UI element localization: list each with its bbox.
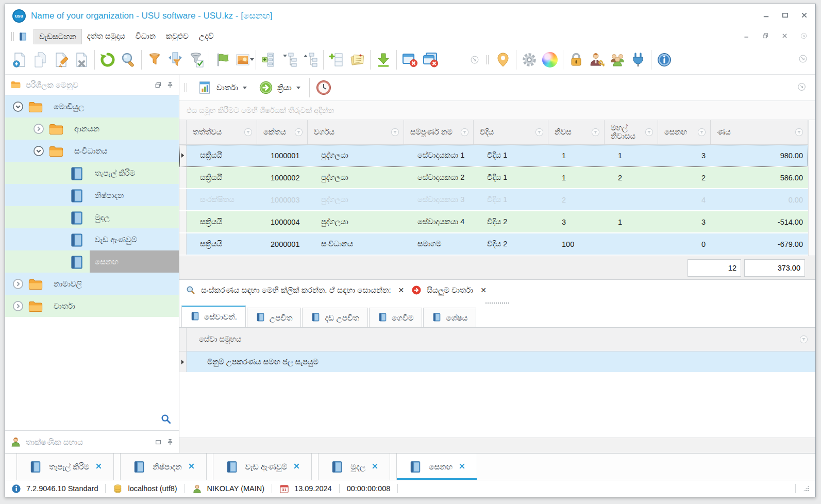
tree-expander-icon[interactable] [12, 300, 24, 312]
close-tab-icon[interactable] [95, 462, 102, 471]
menu-item-2[interactable]: විධාන [130, 29, 161, 44]
filter-icon[interactable] [144, 49, 165, 71]
resize-grip[interactable] [803, 485, 809, 492]
tree-item-1[interactable]: ආනයන [5, 117, 179, 140]
reports-button[interactable]: වාර්තා [192, 78, 252, 97]
column-header-1[interactable]: කේතය [257, 120, 308, 144]
doc-tab-0[interactable]: තැපැල් කිරීම [16, 453, 114, 480]
tree-item-8[interactable]: නාමාවලි [5, 273, 179, 295]
doc-tab-2[interactable]: වැඩ ඇණවුම් [213, 453, 312, 480]
tree-item-4[interactable]: නිෂ්පාදන [5, 184, 179, 206]
toolbar-grip[interactable] [486, 55, 489, 64]
filter-funnel-icon[interactable] [795, 128, 803, 137]
splitter-handle[interactable] [179, 300, 815, 306]
minimize-button[interactable] [762, 11, 770, 21]
export-icon[interactable] [373, 49, 394, 71]
tree-search-icon[interactable] [160, 413, 172, 427]
filter-funnel-icon[interactable] [697, 128, 706, 137]
doc-tab-4[interactable]: සෙනඟ [396, 453, 477, 480]
grid-scrollbar[interactable] [808, 120, 815, 256]
undock-icon[interactable] [155, 81, 162, 89]
clear-search-button[interactable]: ✕ [396, 286, 407, 294]
info-icon[interactable] [654, 49, 675, 71]
group-by-hint[interactable]: එය සමූහ කිරීමට මෙහි ශීර්ෂයක් තීරුවක් අදි… [179, 100, 815, 120]
pin-icon[interactable] [166, 439, 174, 446]
timer-button[interactable] [313, 77, 334, 98]
support-panel-header[interactable]: තාක්ෂණික සහාය [5, 430, 179, 453]
table-row-1[interactable]: සක්‍රියයි1000002පුද්ගලයාසේවාදායකයා 2වීදි… [179, 167, 808, 189]
filter-funnel-icon[interactable] [645, 128, 654, 137]
table-row-0[interactable]: සක්‍රියයි1000001පුද්ගලයාසේවාදායකයා 1වීදි… [179, 145, 808, 167]
lock-icon[interactable] [566, 49, 587, 71]
tree-item-7[interactable]: සෙනඟ [5, 250, 179, 273]
filter-funnel-icon[interactable] [294, 128, 303, 137]
subtoolbar-chevron-down-icon[interactable] [797, 82, 806, 93]
tree-item-6[interactable]: වැඩ ඇණවුම් [5, 228, 179, 250]
tree-item-5[interactable]: මුදල [5, 206, 179, 228]
notes-icon[interactable] [347, 49, 367, 71]
menubar-chevron-down-icon[interactable] [800, 32, 807, 41]
chevron-down-icon[interactable] [464, 49, 485, 71]
expand-list-icon[interactable] [259, 49, 279, 71]
column-header-0[interactable]: තත්ත්වය [187, 120, 257, 144]
actions-button[interactable]: ක්‍රියා [253, 78, 306, 97]
close-all-windows-icon[interactable] [420, 49, 441, 71]
doc-tab-1[interactable]: නිෂ්පාදන [120, 453, 206, 480]
detail-column-header[interactable]: සේවා සමූහය [187, 335, 799, 344]
close-tab-icon[interactable] [293, 462, 300, 471]
filter-funnel-icon[interactable] [244, 128, 253, 137]
expand-panel-icon[interactable] [155, 439, 162, 446]
image-icon[interactable] [232, 49, 253, 71]
filter-funnel-icon[interactable] [391, 128, 399, 137]
column-header-5[interactable]: නිවස [548, 120, 605, 144]
filter-column-icon[interactable] [165, 49, 186, 71]
table-row-2[interactable]: සංරක්ෂිතය1000003පුද්ගලයාසේවාදායකයා 3වීදි… [179, 189, 808, 211]
new-document-icon[interactable] [9, 49, 30, 71]
filter-funnel-icon[interactable] [460, 128, 469, 137]
collapse-tree-icon[interactable] [279, 49, 300, 71]
close-tab-icon[interactable] [188, 462, 195, 471]
mdi-close-button[interactable] [781, 32, 788, 41]
info-icon[interactable] [11, 484, 21, 494]
detail-tab-0[interactable]: සේවාවන්. [181, 306, 246, 327]
edit-document-icon[interactable] [51, 49, 71, 71]
copy-document-icon[interactable] [30, 49, 51, 71]
color-wheel-icon[interactable] [540, 49, 560, 71]
column-header-6[interactable]: මහල් නිවාසය [605, 120, 658, 144]
mdi-minimize-button[interactable] [743, 32, 750, 41]
column-header-2[interactable]: වර්ගය [308, 120, 404, 144]
filter-funnel-icon[interactable] [799, 335, 808, 344]
flag-icon[interactable] [212, 49, 232, 71]
mdi-restore-button[interactable] [762, 32, 769, 41]
menu-item-4[interactable]: උදව් [194, 29, 219, 44]
tree-expander-icon[interactable] [12, 101, 24, 112]
add-row-icon[interactable] [326, 49, 347, 71]
close-tab-icon[interactable] [459, 462, 465, 471]
column-header-8[interactable]: ණය [711, 120, 808, 144]
user-key-icon[interactable] [587, 49, 607, 71]
menu-item-3[interactable]: කවුළුව [161, 29, 194, 44]
maximize-button[interactable] [781, 11, 789, 21]
column-header-7[interactable]: සෙනඟ [658, 120, 711, 144]
settings-gear-icon[interactable] [519, 49, 540, 71]
filter-bar[interactable]: සංස්කරණය සඳහා මෙහි ක්ලික් කරන්න. ඒ සඳහා … [179, 279, 815, 300]
pin-icon[interactable] [166, 81, 174, 89]
filter-funnel-icon[interactable] [591, 128, 600, 137]
doc-tab-3[interactable]: මුදල [318, 453, 390, 480]
tree-item-9[interactable]: වාර්තා [5, 295, 179, 317]
filter-scope[interactable]: සියලුම වාර්තා [427, 285, 473, 295]
delete-document-icon[interactable] [71, 49, 92, 71]
refresh-icon[interactable] [97, 49, 118, 71]
filter-hint[interactable]: සංස්කරණය සඳහා මෙහි ක්ලික් කරන්න. ඒ සඳහා … [201, 285, 391, 295]
close-button[interactable] [800, 11, 808, 21]
tree-expander-icon[interactable] [33, 123, 44, 135]
detail-row-0[interactable]: මිනුම් උපකරණය සමඟ ජල සැපයුම [179, 351, 815, 373]
tree-item-0[interactable]: මොඩියුල [5, 95, 179, 117]
detail-tab-2[interactable]: දඩ උපචිත [302, 308, 368, 327]
tree-item-2[interactable]: සංවිධානය [5, 140, 179, 162]
tree-expander-icon[interactable] [33, 145, 44, 157]
toolbar-grip[interactable] [11, 32, 14, 41]
filter-check-icon[interactable] [186, 49, 206, 71]
table-row-3[interactable]: සක්‍රියයි1000004පුද්ගලයාසේවාදායකයා 4වීදි… [179, 211, 808, 233]
close-window-icon[interactable] [399, 49, 420, 71]
